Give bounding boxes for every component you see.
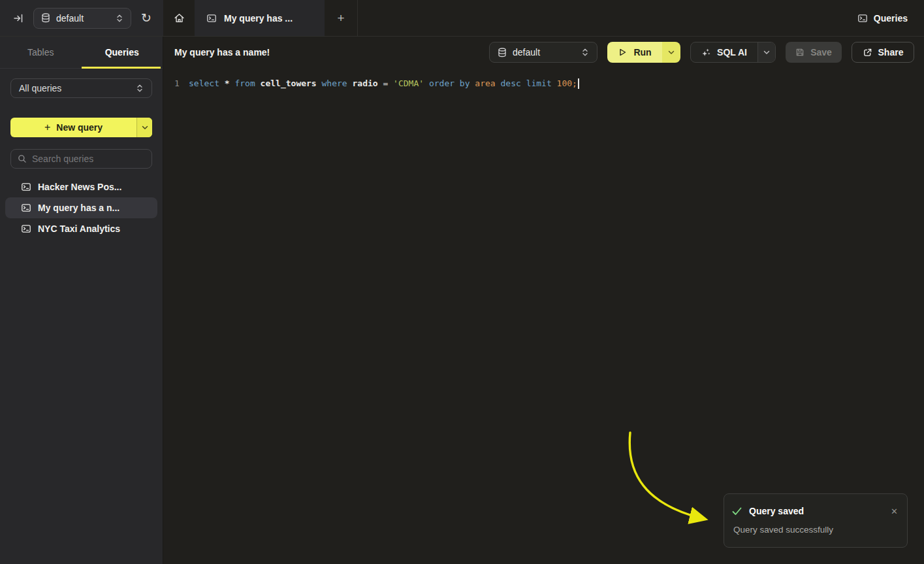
query-list-item-my-query[interactable]: My query has a n... [5,197,157,218]
topbar-left-section: default ↻ [0,0,163,36]
collapse-sidebar-icon[interactable] [13,13,24,24]
query-list-item-label: NYC Taxi Analytics [38,224,120,234]
share-label: Share [878,47,904,58]
query-terminal-icon [21,224,31,234]
toast-message: Query saved successfully [732,525,898,535]
tab-tables-label: Tables [27,47,54,58]
line-number: 1 [163,78,189,88]
query-terminal-icon [21,203,31,213]
editor-toolbar: My query has a name! default [163,37,924,68]
query-terminal-icon [206,13,217,24]
search-queries-box [10,149,152,169]
query-terminal-icon [21,182,31,192]
toast-query-saved: Query saved ✕ Query saved successfully [724,493,908,548]
database-selector-value: default [56,13,84,24]
toast-title: Query saved [749,506,804,516]
sql-token: * [225,78,235,88]
toast-header: Query saved ✕ [732,506,898,516]
close-icon[interactable]: ✕ [891,507,898,516]
search-icon [18,154,27,163]
save-label: Save [810,47,832,58]
run-label: Run [633,47,651,58]
sql-ai-label: SQL AI [717,47,747,58]
run-button-group: Run [607,42,680,63]
query-list-item-hacker-news[interactable]: Hacker News Pos... [5,176,157,197]
query-list: Hacker News Pos... My query has a n... [5,176,157,239]
toolbar-database-value: default [513,47,540,58]
queries-filter-select[interactable]: All queries [10,78,152,98]
query-list-item-label: Hacker News Pos... [38,182,121,192]
sidebar-tabs: Tables Queries [0,37,163,69]
queries-header-label: Queries [874,13,908,24]
main-panel: My query has a name! default [163,37,924,564]
sql-token: select [189,78,225,88]
sql-ai-button-group: SQL AI [690,42,776,63]
refresh-icon[interactable]: ↻ [141,12,151,24]
save-button[interactable]: Save [786,42,842,63]
sql-ai-button[interactable]: SQL AI [691,42,757,62]
save-icon [795,48,805,57]
sql-token: area [475,78,500,88]
check-icon [732,507,742,516]
new-query-button[interactable]: + New query [10,118,152,137]
tab-queries[interactable]: Queries [82,37,163,68]
run-dropdown-button[interactable] [662,42,680,63]
query-title: My query has a name! [174,47,270,58]
chevrons-up-down-icon [136,84,144,93]
tab-tables[interactable]: Tables [0,37,82,68]
sql-ai-dropdown-button[interactable] [757,42,775,62]
database-icon [498,48,507,58]
query-list-item-nyc-taxi[interactable]: NYC Taxi Analytics [5,218,157,239]
top-bar: default ↻ My query has ... [0,0,924,37]
plus-icon: + [44,122,50,133]
database-selector[interactable]: default [33,8,131,29]
chevrons-up-down-icon [116,14,123,23]
new-query-label: New query [56,122,103,133]
queries-header: Queries [857,0,924,36]
chevron-down-icon [763,50,770,55]
sql-token: = [383,78,393,88]
new-query-dropdown-button[interactable] [136,118,152,137]
home-icon [174,12,185,24]
sql-token: order by [429,78,475,88]
tab-my-query[interactable]: My query has ... [195,0,325,36]
sidebar: Tables Queries All queries + New query [0,37,163,564]
share-button[interactable]: Share [852,42,914,63]
new-tab-button[interactable]: + [325,0,358,36]
query-list-item-label: My query has a n... [38,203,119,213]
home-tab-button[interactable] [163,0,195,36]
sql-token: 'CDMA' [393,78,429,88]
sql-token: 100; [557,78,577,88]
search-queries-input[interactable] [32,154,150,164]
chevrons-up-down-icon [581,48,589,57]
sql-token: where [322,78,353,88]
text-cursor [578,78,579,89]
sql-token: cell_towers [261,78,322,88]
database-icon [41,13,50,23]
sparkles-icon [701,48,711,58]
tab-label: My query has ... [224,13,293,24]
plus-icon: + [337,11,344,25]
toolbar-database-selector[interactable]: default [489,42,597,63]
query-terminal-icon [857,13,868,24]
share-icon [863,48,872,58]
chevron-down-icon [142,125,148,130]
run-button[interactable]: Run [607,42,662,63]
sql-editor[interactable]: 1 select * from cell_towers where radio … [163,68,924,90]
new-query-main[interactable]: + New query [10,118,136,137]
sql-token: desc limit [501,78,557,88]
tab-queries-label: Queries [105,47,139,58]
play-icon [618,48,627,57]
chevron-down-icon [668,50,675,55]
code-line-1[interactable]: 1 select * from cell_towers where radio … [163,76,924,90]
sql-token: from [234,78,260,88]
queries-filter-value: All queries [19,83,61,93]
sql-token: radio [352,78,383,88]
